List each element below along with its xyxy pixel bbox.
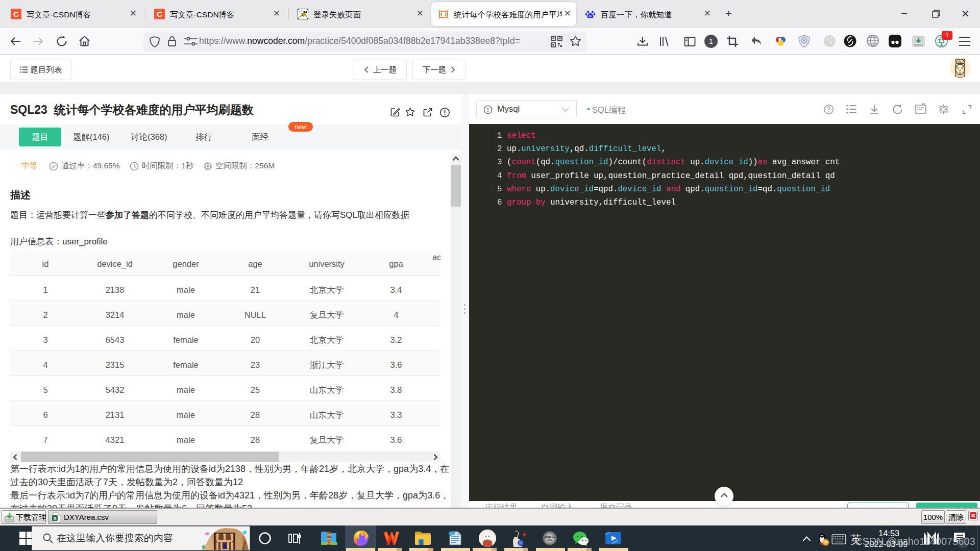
svg-text:Java EE: Java EE	[544, 535, 555, 538]
svg-text:du: du	[589, 14, 592, 17]
svg-text:X: X	[53, 516, 56, 521]
svg-text:IDE: IDE	[547, 538, 552, 541]
